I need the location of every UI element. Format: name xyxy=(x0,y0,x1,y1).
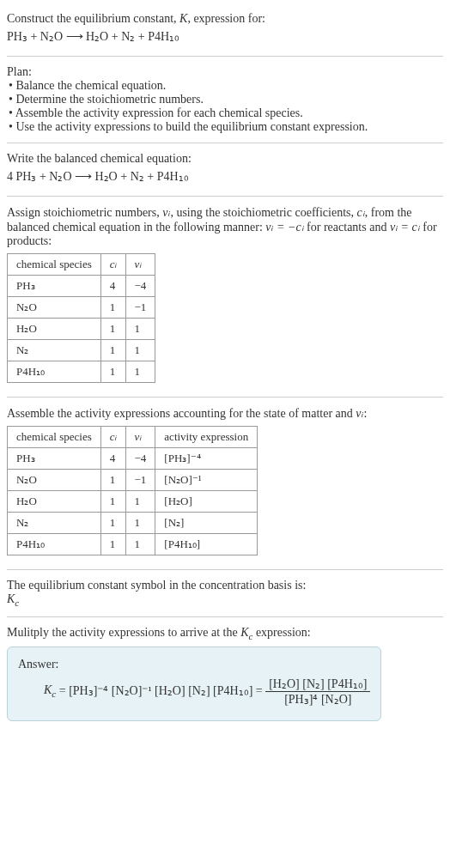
stoich-table: chemical species cᵢ νᵢ PH₃4−4 N₂O1−1 H₂O… xyxy=(7,253,155,383)
table-row: N₂11[N₂] xyxy=(8,513,258,534)
multiply-section: Mulitply the activity expressions to arr… xyxy=(7,621,443,731)
answer-label: Answer: xyxy=(18,658,370,671)
cell-c: 1 xyxy=(100,361,125,383)
divider xyxy=(7,143,443,143)
cell-nu: −4 xyxy=(125,448,155,470)
kc-symbol-section: The equilibrium constant symbol in the c… xyxy=(7,574,443,613)
multiply-text: Mulitply the activity expressions to arr… xyxy=(7,626,240,639)
balanced-equation: 4 PH₃ + N₂O ⟶ H₂O + N₂ + P4H₁₀ xyxy=(7,169,443,184)
divider xyxy=(7,56,443,57)
table-row: H₂O11 xyxy=(8,319,155,340)
divider xyxy=(7,616,443,617)
cell-nu: 1 xyxy=(125,361,155,383)
plan-item: • Balance the chemical equation. xyxy=(9,79,443,93)
intro-text: Construct the equilibrium constant, xyxy=(7,12,179,25)
divider xyxy=(7,569,443,570)
cell-activity: [H₂O] xyxy=(155,491,258,513)
activity-text: Assemble the activity expressions accoun… xyxy=(7,407,356,420)
table-row: PH₃4−4[PH₃]⁻⁴ xyxy=(8,448,258,470)
cell-activity: [N₂O]⁻¹ xyxy=(155,470,258,491)
fraction: [H₂O] [N₂] [P4H₁₀] [PH₃]⁴ [N₂O] xyxy=(265,677,370,707)
cell-nu: −1 xyxy=(125,470,155,491)
cell-species: N₂ xyxy=(8,513,101,534)
table-row: H₂O11[H₂O] xyxy=(8,491,258,513)
multiply-text: expression: xyxy=(252,626,310,639)
cell-nu: 1 xyxy=(125,340,155,361)
divider xyxy=(7,196,443,197)
problem-statement: Construct the equilibrium constant, K, e… xyxy=(7,7,443,52)
rel2: νᵢ = cᵢ xyxy=(390,221,420,234)
kc-label: Kc xyxy=(7,592,19,605)
numerator: [H₂O] [N₂] [P4H₁₀] xyxy=(265,677,370,692)
plan-item: • Determine the stoichiometric numbers. xyxy=(9,93,443,106)
cell-c: 1 xyxy=(100,297,125,319)
stoich-text: , using the stoichiometric coefficients, xyxy=(170,206,356,219)
plan-heading: Plan: xyxy=(7,65,443,79)
stoich-text: Assign stoichiometric numbers, xyxy=(7,206,162,219)
cell-activity: [PH₃]⁻⁴ xyxy=(155,448,258,470)
stoich-section: Assign stoichiometric numbers, νᵢ, using… xyxy=(7,200,443,393)
cell-c: 4 xyxy=(100,448,125,470)
cell-c: 4 xyxy=(100,276,125,297)
stoich-text: for reactants and xyxy=(304,221,390,234)
table-row: PH₃4−4 xyxy=(8,276,155,297)
table-row: N₂11 xyxy=(8,340,155,361)
cell-nu: 1 xyxy=(125,319,155,340)
cell-nu: 1 xyxy=(125,491,155,513)
cell-species: H₂O xyxy=(8,491,101,513)
cell-species: PH₃ xyxy=(8,448,101,470)
col-nu: νᵢ xyxy=(125,427,155,448)
cell-species: P4H₁₀ xyxy=(8,361,101,383)
activity-text: : xyxy=(364,407,368,420)
cell-c: 1 xyxy=(100,340,125,361)
table-header-row: chemical species cᵢ νᵢ activity expressi… xyxy=(8,427,258,448)
table-row: P4H₁₀11 xyxy=(8,361,155,383)
plan-item: • Use the activity expressions to build … xyxy=(9,120,443,134)
plan-section: Plan: • Balance the chemical equation. •… xyxy=(7,60,443,139)
cell-species: N₂ xyxy=(8,340,101,361)
activity-section: Assemble the activity expressions accoun… xyxy=(7,401,443,566)
denominator: [PH₃]⁴ [N₂O] xyxy=(265,692,370,707)
table-row: P4H₁₀11[P4H₁₀] xyxy=(8,534,258,555)
cell-species: PH₃ xyxy=(8,276,101,297)
cell-nu: 1 xyxy=(125,534,155,555)
intro-text-b: , expression for: xyxy=(187,12,265,25)
cell-species: H₂O xyxy=(8,319,101,340)
cell-nu: −4 xyxy=(125,276,155,297)
divider xyxy=(7,397,443,398)
kc-inline: Kc xyxy=(240,626,252,639)
table-row: N₂O1−1[N₂O]⁻¹ xyxy=(8,470,258,491)
k-symbol: K xyxy=(179,12,187,25)
kc-symbol: Kc xyxy=(7,592,443,608)
cell-c: 1 xyxy=(100,491,125,513)
cell-c: 1 xyxy=(100,470,125,491)
kc-symbol: Kc xyxy=(44,683,56,696)
table-row: N₂O1−1 xyxy=(8,297,155,319)
answer-equation: Kc = [PH₃]⁻⁴ [N₂O]⁻¹ [H₂O] [N₂] [P4H₁₀] … xyxy=(18,677,370,707)
col-species: chemical species xyxy=(8,427,101,448)
cell-nu: −1 xyxy=(125,297,155,319)
cell-species: N₂O xyxy=(8,470,101,491)
ci-symbol: cᵢ xyxy=(357,206,365,219)
balanced-heading: Write the balanced chemical equation: xyxy=(7,152,443,166)
answer-box: Answer: Kc = [PH₃]⁻⁴ [N₂O]⁻¹ [H₂O] [N₂] … xyxy=(7,646,381,721)
unbalanced-equation: PH₃ + N₂O ⟶ H₂O + N₂ + P4H₁₀ xyxy=(7,29,443,44)
plan-item: • Assemble the activity expression for e… xyxy=(9,106,443,120)
col-species: chemical species xyxy=(8,254,101,276)
cell-c: 1 xyxy=(100,513,125,534)
cell-activity: [N₂] xyxy=(155,513,258,534)
col-nu: νᵢ xyxy=(125,254,155,276)
table-header-row: chemical species cᵢ νᵢ xyxy=(8,254,155,276)
cell-nu: 1 xyxy=(125,513,155,534)
activity-table: chemical species cᵢ νᵢ activity expressi… xyxy=(7,426,258,555)
cell-species: P4H₁₀ xyxy=(8,534,101,555)
cell-c: 1 xyxy=(100,319,125,340)
cell-activity: [P4H₁₀] xyxy=(155,534,258,555)
kc-text: The equilibrium constant symbol in the c… xyxy=(7,579,443,592)
cell-c: 1 xyxy=(100,534,125,555)
rel1: νᵢ = −cᵢ xyxy=(265,221,303,234)
nu-symbol: νᵢ xyxy=(356,407,363,420)
balanced-section: Write the balanced chemical equation: 4 … xyxy=(7,147,443,192)
col-activity: activity expression xyxy=(155,427,258,448)
col-ci: cᵢ xyxy=(100,254,125,276)
